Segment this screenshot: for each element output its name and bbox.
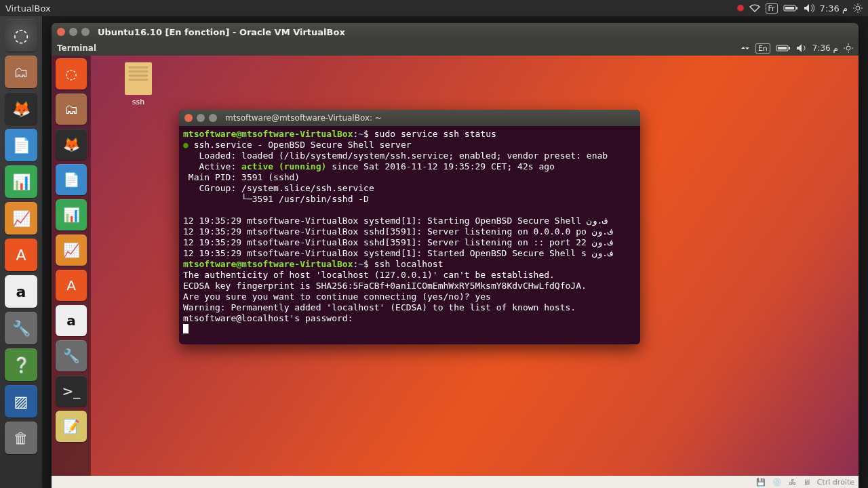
terminal-title: mtsoftware@mtsoftware-VirtualBox: ~ [225,113,382,123]
gear-icon[interactable] [853,3,863,13]
launcher-firefox-icon[interactable]: 🦊 [5,92,37,125]
status-host-key: Ctrl droite [817,478,854,487]
guest-writer-icon[interactable]: 📄 [56,164,87,195]
guest-battery-icon[interactable] [776,44,791,52]
launcher-amazon-icon[interactable]: a [5,275,37,308]
svg-rect-13 [789,47,790,49]
keyboard-layout-indicator[interactable]: Fr [766,3,778,14]
launcher-virtualbox-icon[interactable]: ▨ [5,385,37,418]
guest-top-panel: Terminal En 7:36 م [52,41,859,56]
host-desktop: Ubuntu16.10 [En fonction] - Oracle VM Vi… [42,16,868,488]
minimize-icon[interactable] [197,114,205,122]
launcher-impress-icon[interactable]: 📈 [5,202,37,235]
host-top-panel: VirtualBox Fr 7:36 م [0,0,868,16]
file-icon [125,62,152,95]
launcher-trash-icon[interactable]: 🗑 [5,422,37,454]
terminal-window: mtsoftware@mtsoftware-VirtualBox: ~ mtso… [179,110,640,344]
wifi-icon[interactable] [749,4,760,12]
svg-rect-2 [785,7,794,9]
terminal-body[interactable]: mtsoftware@mtsoftware-VirtualBox:~$ sudo… [179,126,640,344]
guest-keyboard-indicator[interactable]: En [755,43,770,54]
terminal-cursor [183,324,189,333]
svg-line-10 [854,11,856,12]
guest-software-icon[interactable]: A [56,270,87,301]
guest-amazon-icon[interactable]: a [56,305,87,336]
volume-icon[interactable] [804,3,814,13]
svg-rect-14 [778,47,787,49]
guest-active-app[interactable]: Terminal [57,43,96,53]
updown-icon[interactable] [741,44,750,52]
guest-gear-icon[interactable] [844,43,853,53]
vm-window-titlebar[interactable]: Ubuntu16.10 [En fonction] - Oracle VM Vi… [52,23,859,41]
guest-firefox-icon[interactable]: 🦊 [56,129,87,160]
launcher-software-icon[interactable]: A [5,239,37,271]
svg-line-9 [861,11,862,12]
guest-settings-icon[interactable]: 🔧 [56,340,87,371]
svg-point-15 [846,46,850,50]
guest-impress-icon[interactable]: 📈 [56,235,87,266]
status-icon: 💾 [756,478,766,487]
svg-point-3 [856,6,860,10]
guest-time[interactable]: 7:36 م [812,43,838,53]
guest-launcher: ◌ 🗂 🦊 📄 📊 📈 A a 🔧 >_ 📝 [52,56,91,488]
desktop-file-label: ssh [122,98,155,106]
launcher-help-icon[interactable]: ❔ [5,348,37,381]
guest-gedit-icon[interactable]: 📝 [56,411,87,442]
launcher-calc-icon[interactable]: 📊 [5,165,37,198]
host-time[interactable]: 7:36 م [820,3,848,14]
svg-rect-1 [796,7,797,9]
maximize-icon[interactable] [81,28,90,36]
record-icon[interactable] [737,5,744,12]
guest-calc-icon[interactable]: 📊 [56,199,87,230]
svg-line-11 [861,5,862,6]
desktop-file-ssh[interactable]: ssh [122,62,155,106]
vm-window-title: Ubuntu16.10 [En fonction] - Oracle VM Vi… [98,27,345,37]
close-icon[interactable] [57,28,65,36]
guest-terminal-icon[interactable]: >_ [56,375,87,407]
guest-files-icon[interactable]: 🗂 [56,94,87,125]
status-icon: 🖥 [803,478,810,487]
battery-icon[interactable] [783,4,798,12]
status-icon: 💿 [772,478,782,487]
launcher-settings-icon[interactable]: 🔧 [5,312,37,344]
svg-line-8 [854,5,856,6]
close-icon[interactable] [184,114,193,122]
launcher-writer-icon[interactable]: 📄 [5,129,37,161]
launcher-dash-icon[interactable]: ◌ [5,19,37,52]
app-title: VirtualBox [5,3,51,14]
status-icon: 🖧 [789,478,796,487]
host-launcher: ◌ 🗂 🦊 📄 📊 📈 A a 🔧 ❔ ▨ 🗑 [0,16,43,488]
terminal-titlebar[interactable]: mtsoftware@mtsoftware-VirtualBox: ~ [179,110,640,126]
vm-statusbar: 💾 💿 🖧 🖥 Ctrl droite [52,476,859,488]
guest-volume-icon[interactable] [796,43,807,53]
launcher-files-icon[interactable]: 🗂 [5,56,37,88]
guest-desktop[interactable]: ◌ 🗂 🦊 📄 📊 📈 A a 🔧 >_ 📝 ssh [52,56,859,488]
minimize-icon[interactable] [69,28,77,36]
guest-dash-icon[interactable]: ◌ [56,58,87,89]
maximize-icon[interactable] [209,114,217,122]
vm-window: Ubuntu16.10 [En fonction] - Oracle VM Vi… [52,23,859,488]
